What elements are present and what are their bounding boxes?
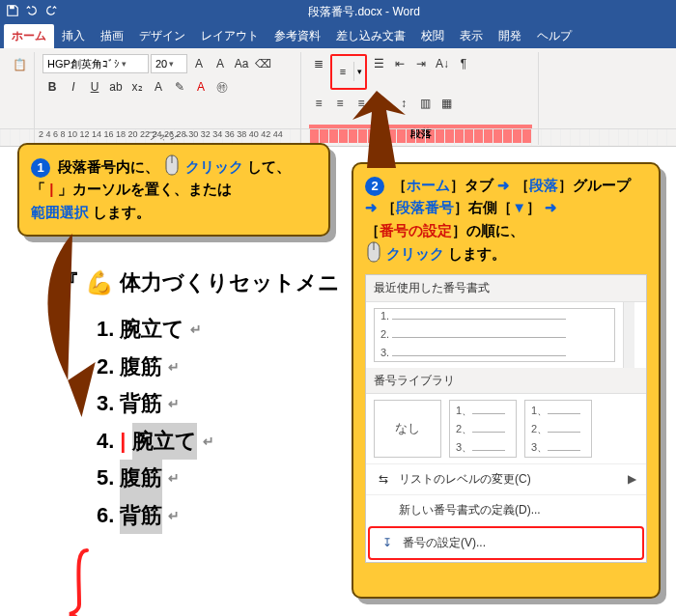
numbering-dropdown-panel: 最近使用した番号書式 1. 2. 3. 番号ライブラリ なし 1、 2、 3、 … bbox=[365, 274, 647, 563]
numbering-dropdown-icon[interactable]: ▾ bbox=[353, 62, 365, 81]
tab-layout[interactable]: レイアウト bbox=[193, 24, 267, 48]
menu-item-define-format[interactable]: 新しい番号書式の定義(D)... bbox=[366, 494, 646, 525]
sub-super-icon[interactable]: x₂ bbox=[127, 77, 147, 97]
return-mark-icon: ↵ bbox=[168, 355, 180, 379]
tab-developer[interactable]: 開発 bbox=[491, 24, 529, 48]
line-spacing-icon[interactable]: ↕ bbox=[394, 94, 413, 113]
font-name-select[interactable]: HGP創英角ｺﾞｼ▾ bbox=[42, 54, 149, 73]
tab-insert[interactable]: 挿入 bbox=[54, 24, 93, 48]
return-mark-icon: ↵ bbox=[168, 466, 180, 490]
fmt-line-text: 1、 bbox=[531, 405, 548, 416]
align-right-icon[interactable]: ≡ bbox=[352, 94, 371, 113]
item-number: 5. bbox=[97, 460, 114, 497]
arrow-right-icon: ➜ bbox=[545, 199, 557, 215]
item-number: 4. bbox=[97, 423, 114, 461]
clear-format-icon[interactable]: ⌫ bbox=[253, 54, 272, 73]
ribbon: 📋 HGP創英角ｺﾞｼ▾ 20▾ A A Aa ⌫ B I U ab bbox=[0, 48, 676, 147]
callout-text: ［ bbox=[381, 199, 396, 215]
callout-text: ［ bbox=[515, 177, 529, 193]
window-title: 段落番号.docx - Word bbox=[58, 4, 670, 20]
format-preview[interactable]: 1、 2、 3、 bbox=[449, 400, 517, 458]
callout-text: 段落 bbox=[529, 177, 558, 193]
tab-mailmerge[interactable]: 差し込み文書 bbox=[328, 24, 413, 48]
callout-text: クリック bbox=[185, 158, 243, 175]
mouse-icon bbox=[163, 154, 181, 176]
callout-step2: 2 ［ホーム］タブ ➜ ［段落］グループ ➜ ［段落番号］右側［▼］ ➜ ［番号… bbox=[352, 162, 661, 599]
undo-icon[interactable] bbox=[25, 4, 39, 20]
tab-help[interactable]: ヘルプ bbox=[529, 24, 579, 48]
format-preview[interactable]: 1、 2、 3、 bbox=[524, 400, 592, 458]
fmt-line-text: 2、 bbox=[531, 423, 548, 434]
tab-home[interactable]: ホーム bbox=[4, 24, 54, 48]
menu-item-label: 新しい番号書式の定義(D)... bbox=[399, 501, 541, 519]
return-mark-icon: ↵ bbox=[168, 392, 180, 416]
redo-icon[interactable] bbox=[44, 4, 58, 20]
tab-view[interactable]: 表示 bbox=[452, 24, 491, 48]
multilevel-icon[interactable]: ☰ bbox=[369, 54, 388, 73]
svg-rect-0 bbox=[10, 5, 14, 9]
indent-inc-icon[interactable]: ⇥ bbox=[411, 54, 431, 73]
menu-item-list-level[interactable]: ⇆ リストのレベルの変更(C) ▶ bbox=[366, 463, 646, 494]
item-text: 腹筋 bbox=[120, 349, 162, 386]
item-text: 腹筋 bbox=[120, 460, 162, 497]
callout-text: 段落番号内に、 bbox=[58, 158, 159, 175]
font-size-select[interactable]: 20▾ bbox=[151, 54, 187, 73]
title-open-quote: 『 bbox=[58, 265, 79, 302]
bold-icon[interactable]: B bbox=[42, 77, 62, 97]
showmarks-icon[interactable]: ¶ bbox=[454, 54, 473, 73]
bullets-icon[interactable]: ≣ bbox=[309, 54, 328, 73]
chevron-right-icon: ▶ bbox=[628, 470, 636, 489]
return-mark-icon: ↵ bbox=[190, 318, 202, 342]
shading-icon[interactable]: ▥ bbox=[415, 94, 435, 113]
paste-icon[interactable]: 📋 bbox=[8, 54, 31, 75]
numbering-icon[interactable]: ≡ bbox=[332, 62, 353, 81]
arrow-right-icon: ➜ bbox=[365, 199, 378, 215]
align-center-icon[interactable]: ≡ bbox=[330, 94, 350, 113]
sort-icon[interactable]: A↓ bbox=[433, 54, 452, 73]
fmt-line-text: 3、 bbox=[456, 441, 472, 453]
item-text: 腕立て bbox=[132, 423, 197, 461]
ribbon-tabs: ホーム 挿入 描画 デザイン レイアウト 参考資料 差し込み文書 校閲 表示 開… bbox=[0, 23, 676, 48]
highlight-icon[interactable]: ✎ bbox=[170, 77, 189, 97]
return-mark-icon: ↵ bbox=[203, 430, 214, 454]
mouse-icon bbox=[365, 241, 382, 263]
text-effect-icon[interactable]: A bbox=[149, 77, 168, 97]
callout-text: ］タブ bbox=[450, 177, 493, 193]
underline-icon[interactable]: U bbox=[85, 77, 104, 97]
caret-symbol: | bbox=[49, 181, 53, 197]
align-justify-icon[interactable]: ≡ bbox=[373, 94, 392, 113]
tab-draw[interactable]: 描画 bbox=[93, 24, 131, 48]
font-color-icon[interactable]: A bbox=[191, 77, 211, 97]
tab-review[interactable]: 校閲 bbox=[413, 24, 452, 48]
menu-item-set-number[interactable]: ↧ 番号の設定(V)... bbox=[368, 526, 644, 560]
phonetic-icon[interactable]: Aa bbox=[232, 54, 251, 73]
italic-icon[interactable]: I bbox=[64, 77, 83, 97]
align-left-icon[interactable]: ≡ bbox=[309, 94, 328, 113]
format-none[interactable]: なし bbox=[374, 400, 441, 458]
indent-dec-icon[interactable]: ⇤ bbox=[390, 54, 409, 73]
qat bbox=[6, 4, 58, 20]
panel-scrollbar[interactable] bbox=[623, 302, 634, 368]
numbering-button[interactable]: ≡ ▾ bbox=[330, 54, 367, 90]
callout-step1: 1 段落番号内に、 クリック して、 「 | 」カーソルを置く、または 範囲選択… bbox=[17, 143, 330, 237]
tab-reference[interactable]: 参考資料 bbox=[267, 24, 328, 48]
save-icon[interactable] bbox=[6, 4, 19, 20]
strike-icon[interactable]: ab bbox=[106, 77, 126, 97]
font-name-value: HGP創英角ｺﾞｼ bbox=[47, 57, 120, 71]
item-number: 2. bbox=[97, 349, 114, 386]
shrink-font-icon[interactable]: A bbox=[211, 54, 230, 73]
callout-text: ホーム bbox=[407, 177, 450, 193]
fmt-line-text: 1、 bbox=[456, 405, 472, 416]
grow-font-icon[interactable]: A bbox=[189, 54, 209, 73]
callout-text: ］右側［ bbox=[454, 199, 512, 215]
callout-text: 段落番号 bbox=[396, 199, 454, 215]
item-text: 背筋 bbox=[120, 497, 162, 535]
arrow-right-icon: ➜ bbox=[497, 177, 510, 193]
format-preview[interactable]: 1. 2. 3. bbox=[374, 308, 615, 362]
tab-design[interactable]: デザイン bbox=[131, 24, 193, 48]
callout-text: して、 bbox=[247, 158, 291, 175]
enclose-icon[interactable]: ㊕ bbox=[212, 77, 232, 97]
borders-icon[interactable]: ▦ bbox=[437, 94, 456, 113]
fmt-line-text: 2. bbox=[380, 328, 389, 340]
step-badge: 2 bbox=[365, 177, 384, 196]
